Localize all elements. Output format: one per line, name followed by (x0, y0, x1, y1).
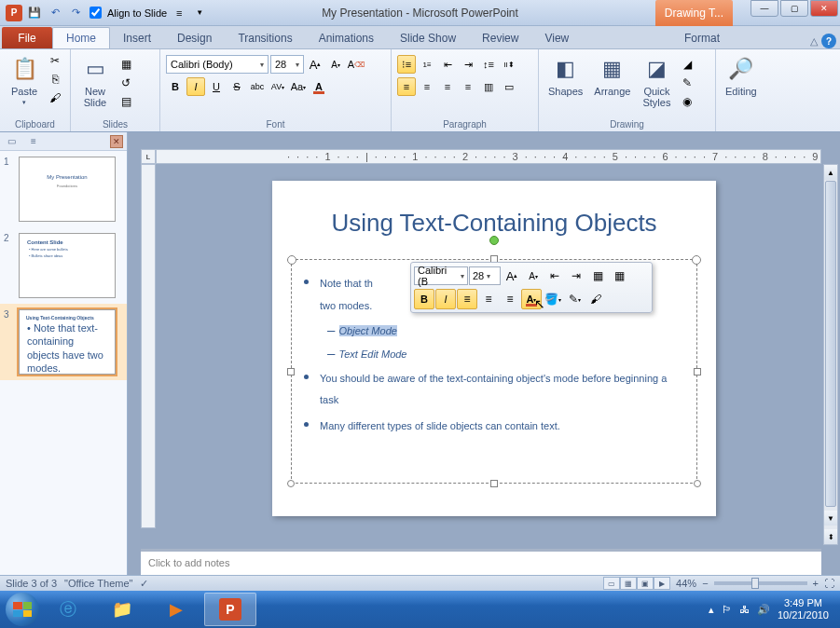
start-button[interactable] (4, 591, 41, 628)
columns-icon[interactable]: ▥ (479, 77, 498, 96)
notes-pane[interactable]: Click to add notes (141, 549, 821, 575)
vertical-scrollbar[interactable]: ▲ ▼ ⬍ (823, 164, 838, 545)
bullets-button[interactable]: ⁝≡ (397, 55, 416, 74)
zoom-in-button[interactable]: + (813, 578, 819, 589)
mini-format-painter-icon[interactable]: 🖌 (585, 289, 606, 309)
clock[interactable]: 3:49 PM 10/21/2010 (778, 597, 829, 621)
tab-format[interactable]: Format (671, 28, 733, 48)
task-powerpoint[interactable]: P (204, 593, 256, 626)
task-media[interactable]: ▶ (150, 593, 202, 626)
ruler-corner[interactable]: L (141, 149, 156, 164)
mini-bold-button[interactable]: B (414, 289, 434, 309)
mini-inc-indent-icon[interactable]: ⇥ (566, 266, 586, 286)
copy-icon[interactable]: ⎘ (47, 71, 63, 88)
quick-styles-button[interactable]: ◪ Quick Styles (638, 52, 675, 110)
align-center-button[interactable]: ≡ (418, 77, 436, 96)
tab-outline[interactable]: ≡ (23, 134, 44, 148)
mini-dec-indent-icon[interactable]: ⇤ (544, 266, 565, 286)
mini-align-right-button[interactable]: ≡ (500, 289, 520, 309)
format-painter-icon[interactable]: 🖌 (47, 89, 63, 106)
tab-transitions[interactable]: Transitions (225, 28, 305, 48)
thumb-1[interactable]: 1 My Presentation Foundations (0, 151, 127, 227)
align-icon[interactable]: ≡ (171, 5, 187, 21)
minimize-ribbon-icon[interactable]: △ (810, 35, 818, 48)
shapes-button[interactable]: ◧ Shapes (544, 52, 586, 99)
slideshow-view-button[interactable]: ▶ (654, 577, 670, 590)
align-left-button[interactable]: ≡ (397, 77, 416, 96)
increase-indent-icon[interactable]: ⇥ (459, 55, 477, 74)
minimize-button[interactable]: — (750, 0, 778, 17)
normal-view-button[interactable]: ▭ (603, 577, 620, 590)
help-icon[interactable]: ? (821, 34, 836, 48)
slide-title[interactable]: Using Text-Containing Objects (272, 209, 716, 238)
grow-font-icon[interactable]: A▴ (306, 55, 324, 74)
shrink-font-icon[interactable]: A▾ (326, 55, 345, 74)
mini-bring-front-icon[interactable]: ▦ (587, 266, 608, 286)
numbering-button[interactable]: 1≡ (418, 55, 436, 74)
cut-icon[interactable]: ✂ (47, 52, 63, 69)
zoom-level[interactable]: 44% (676, 578, 696, 589)
resize-handle[interactable] (287, 368, 295, 375)
powerpoint-icon[interactable]: P (6, 5, 22, 21)
tray-volume-icon[interactable]: 🔊 (757, 604, 770, 616)
resize-handle[interactable] (694, 368, 701, 375)
mini-align-left-button[interactable]: ≡ (457, 289, 477, 309)
reading-view-button[interactable]: ▣ (637, 577, 654, 590)
underline-button[interactable]: U (207, 77, 226, 96)
align-text-icon[interactable]: ▭ (500, 77, 518, 96)
thumb-2[interactable]: 2 Content Slide • Here are some bullets … (0, 227, 127, 304)
resize-handle[interactable] (287, 480, 295, 487)
section-icon[interactable]: ▤ (117, 93, 134, 110)
zoom-slider[interactable] (714, 581, 807, 585)
vertical-ruler[interactable] (141, 164, 156, 528)
mini-fill-icon[interactable]: 🪣▾ (543, 289, 563, 309)
rotation-handle[interactable] (489, 236, 499, 245)
justify-button[interactable]: ≡ (459, 77, 477, 96)
prev-slide-icon[interactable]: ⬍ (824, 529, 837, 544)
horizontal-ruler[interactable]: · · · · 1 · · · | · · · · 1 · · · · 2 · … (156, 149, 821, 164)
reset-icon[interactable]: ↺ (117, 75, 134, 91)
tray-flag-icon[interactable]: 🏳 (722, 604, 732, 615)
slide-canvas[interactable]: Using Text-Containing Objects Note that … (272, 181, 716, 516)
mini-size-combo[interactable]: 28▾ (469, 266, 501, 285)
tray-network-icon[interactable]: 🖧 (739, 604, 750, 615)
mini-font-combo[interactable]: Calibri (B▾ (414, 266, 468, 285)
arrange-button[interactable]: ▦ Arrange (590, 52, 634, 99)
line-spacing-icon[interactable]: ↕≡ (479, 55, 498, 74)
resize-handle[interactable] (694, 480, 701, 487)
italic-button[interactable]: I (186, 77, 205, 96)
mini-align-center-button[interactable]: ≡ (478, 289, 499, 309)
align-to-slide-checkbox[interactable] (90, 7, 102, 19)
maximize-button[interactable]: ▢ (780, 0, 808, 17)
tab-slideshow[interactable]: Slide Show (387, 28, 469, 48)
paste-button[interactable]: 📋 Paste ▾ (6, 52, 43, 108)
shape-effects-icon[interactable]: ◉ (679, 93, 695, 110)
font-color-icon[interactable]: A (310, 77, 328, 96)
task-ie[interactable]: ⓔ (42, 593, 94, 626)
file-tab[interactable]: File (2, 27, 52, 48)
tab-review[interactable]: Review (469, 28, 531, 48)
change-case-icon[interactable]: Aa▾ (289, 77, 308, 96)
zoom-out-button[interactable]: − (702, 578, 708, 589)
spell-check-icon[interactable]: ✓ (140, 578, 148, 590)
qat-dropdown-icon[interactable]: ▼ (191, 5, 208, 21)
strike-button[interactable]: S (227, 77, 246, 96)
fit-to-window-button[interactable]: ⛶ (824, 578, 834, 589)
panel-close-button[interactable]: ✕ (110, 135, 123, 148)
tab-design[interactable]: Design (164, 28, 225, 48)
save-icon[interactable]: 💾 (26, 5, 43, 21)
shadow-button[interactable]: abc (248, 77, 267, 96)
mini-italic-button[interactable]: I (435, 289, 456, 309)
char-spacing-icon[interactable]: AV▾ (269, 77, 287, 96)
tab-home[interactable]: Home (52, 27, 110, 48)
sorter-view-button[interactable]: ▦ (620, 577, 637, 590)
mini-grow-font-icon[interactable]: A▴ (502, 266, 522, 286)
align-right-button[interactable]: ≡ (438, 77, 457, 96)
tray-eject-icon[interactable]: ▴ (709, 604, 714, 616)
tab-insert[interactable]: Insert (110, 28, 164, 48)
undo-icon[interactable]: ↶ (47, 5, 63, 21)
new-slide-button[interactable]: ▭ New Slide (76, 52, 114, 110)
editing-button[interactable]: 🔎 Editing (722, 52, 761, 99)
tab-animations[interactable]: Animations (306, 28, 387, 48)
tab-view[interactable]: View (531, 28, 582, 48)
